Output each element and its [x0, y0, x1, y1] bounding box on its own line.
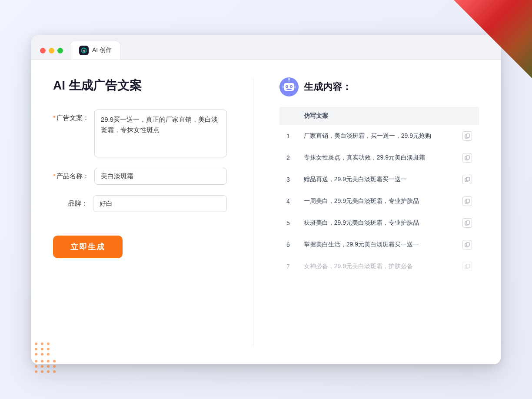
- maximize-button[interactable]: [57, 48, 63, 53]
- page-title: AI 生成广告文案: [53, 77, 227, 94]
- copy-button[interactable]: [462, 175, 472, 184]
- minimize-button[interactable]: [49, 48, 54, 53]
- product-name-input[interactable]: [94, 168, 227, 185]
- tab-label: AI 创作: [92, 47, 112, 54]
- copy-button[interactable]: [462, 196, 472, 206]
- table-row: 7女神必备，29.9元美白淡斑霜，护肤必备: [279, 256, 479, 277]
- content-area: AI 生成广告文案 *广告文案： 29.9买一送一，真正的厂家直销，美白淡斑霜，…: [31, 60, 501, 364]
- ad-copy-group: *广告文案： 29.9买一送一，真正的厂家直销，美白淡斑霜，专抹女性斑点: [53, 110, 227, 157]
- row-copy-text: 专抹女性斑点，真实功效，29.9元美白淡斑霜: [297, 147, 456, 169]
- ad-copy-label: *广告文案：: [53, 110, 89, 122]
- row-number: 6: [279, 234, 297, 256]
- ad-copy-required: *: [53, 114, 56, 121]
- table-header: 仿写文案: [279, 107, 479, 125]
- svg-rect-24: [466, 243, 469, 246]
- table-row: 1厂家直销，美白淡斑霜，买一送一，29.9元抢购: [279, 125, 479, 147]
- results-body: 1厂家直销，美白淡斑霜，买一送一，29.9元抢购 2专抹女性斑点，真实功效，29…: [279, 125, 479, 277]
- copy-button[interactable]: [462, 240, 472, 249]
- copy-button[interactable]: [462, 153, 472, 163]
- brand-group: 品牌：: [53, 195, 227, 212]
- ai-tab[interactable]: AI AI 创作: [70, 41, 121, 60]
- row-number: 7: [279, 256, 297, 277]
- svg-rect-26: [466, 264, 469, 268]
- col-copy: 仿写文案: [297, 107, 456, 125]
- bg-decoration-dots-left: [35, 360, 57, 373]
- svg-rect-10: [286, 89, 292, 90]
- svg-rect-18: [466, 177, 469, 181]
- svg-rect-22: [466, 221, 469, 224]
- row-number: 5: [279, 212, 297, 234]
- right-panel: 生成内容： 仿写文案 1厂家直销，美白淡斑霜，买一送一，29.9元抢购 2专抹女…: [279, 77, 479, 347]
- product-name-required: *: [53, 172, 56, 180]
- generate-button[interactable]: 立即生成: [53, 236, 123, 258]
- svg-point-4: [288, 78, 290, 80]
- svg-point-9: [291, 86, 292, 87]
- row-number: 1: [279, 125, 297, 147]
- table-row: 6掌握美白生活，29.9元美白淡斑霜买一送一: [279, 234, 479, 256]
- row-copy-text: 女神必备，29.9元美白淡斑霜，护肤必备: [297, 256, 456, 277]
- brand-label: 品牌：: [53, 195, 88, 208]
- product-name-group: *产品名称：: [53, 168, 227, 185]
- ai-tab-icon: AI: [79, 46, 89, 55]
- traffic-lights: [40, 48, 63, 60]
- row-copy-text: 掌握美白生活，29.9元美白淡斑霜买一送一: [297, 234, 456, 256]
- ad-copy-input[interactable]: 29.9买一送一，真正的厂家直销，美白淡斑霜，专抹女性斑点: [94, 110, 227, 157]
- copy-button[interactable]: [462, 218, 472, 228]
- table-row: 5祛斑美白，29.9元美白淡斑霜，专业护肤品: [279, 212, 479, 234]
- left-panel: AI 生成广告文案 *广告文案： 29.9买一送一，真正的厂家直销，美白淡斑霜，…: [53, 77, 227, 347]
- table-row: 3赠品再送，29.9元美白淡斑霜买一送一: [279, 169, 479, 190]
- svg-text:AI: AI: [83, 50, 86, 52]
- table-row: 4一周美白，29.9元美白淡斑霜，专业护肤品: [279, 190, 479, 212]
- titlebar: AI AI 创作: [31, 35, 501, 60]
- row-number: 3: [279, 169, 297, 190]
- svg-rect-20: [466, 199, 469, 203]
- robot-icon: [279, 77, 299, 96]
- close-button[interactable]: [40, 48, 46, 53]
- browser-window: AI AI 创作 AI 生成广告文案 *广告文案： 29.9买一送一，真正的厂家…: [31, 35, 501, 364]
- svg-rect-11: [282, 86, 284, 88]
- row-copy-text: 祛斑美白，29.9元美白淡斑霜，专业护肤品: [297, 212, 456, 234]
- panel-divider: [253, 77, 253, 347]
- col-num: [279, 107, 297, 125]
- copy-button[interactable]: [462, 131, 472, 141]
- row-number: 4: [279, 190, 297, 212]
- bg-decoration-dots-right: [35, 342, 489, 356]
- row-copy-text: 一周美白，29.9元美白淡斑霜，专业护肤品: [297, 190, 456, 212]
- table-row: 2专抹女性斑点，真实功效，29.9元美白淡斑霜: [279, 147, 479, 169]
- product-name-label: *产品名称：: [53, 168, 89, 180]
- brand-input[interactable]: [93, 195, 227, 212]
- svg-rect-14: [466, 134, 469, 137]
- right-header: 生成内容：: [279, 77, 479, 96]
- right-title: 生成内容：: [304, 80, 352, 93]
- row-number: 2: [279, 147, 297, 169]
- copy-button[interactable]: [462, 262, 472, 271]
- col-action: [456, 107, 479, 125]
- svg-point-8: [286, 86, 288, 87]
- row-copy-text: 厂家直销，美白淡斑霜，买一送一，29.9元抢购: [297, 125, 456, 147]
- svg-rect-16: [466, 156, 469, 159]
- row-copy-text: 赠品再送，29.9元美白淡斑霜买一送一: [297, 169, 456, 190]
- results-table: 仿写文案 1厂家直销，美白淡斑霜，买一送一，29.9元抢购 2专抹女性斑点，真实…: [279, 107, 479, 277]
- svg-rect-12: [294, 86, 296, 88]
